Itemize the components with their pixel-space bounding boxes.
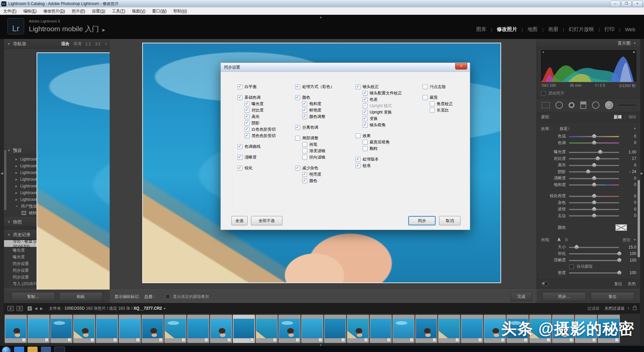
nav-zoom-3:1[interactable]: 3:1: [95, 42, 101, 46]
slider-track[interactable]: [569, 158, 619, 159]
slider-thumb[interactable]: [586, 169, 590, 173]
checkbox-处理方式（彩色）[interactable]: [295, 84, 300, 89]
copy-button[interactable]: 复制…: [11, 292, 55, 301]
filmstrip-source[interactable]: 文件夹 : 100EOS5D 163 张照片 / 选定 163 张 / XQ__…: [49, 306, 166, 311]
brush-a-button[interactable]: A: [557, 237, 560, 242]
slider-track[interactable]: [569, 171, 619, 172]
dialog-close-button[interactable]: ×: [455, 63, 467, 70]
checkbox-白色色阶剪切[interactable]: [245, 127, 250, 132]
effect-value-dropdown[interactable]: 自定: [559, 126, 568, 132]
thumbnail-badge[interactable]: [22, 338, 26, 342]
filmstrip-thumbnail[interactable]: [187, 315, 209, 343]
slider-thumb[interactable]: [596, 156, 600, 160]
menu-S[interactable]: 设置(S): [89, 7, 109, 15]
checkbox-变换[interactable]: [363, 116, 368, 121]
thumbnail-badge[interactable]: [478, 338, 482, 342]
filmstrip-thumbnail[interactable]: [142, 315, 164, 343]
top-panel-toggle-icon[interactable]: ▲: [319, 15, 322, 19]
chevron-right-icon[interactable]: ▶: [15, 158, 17, 161]
menu-T[interactable]: 工具(T): [109, 7, 128, 15]
filmstrip-thumbnail[interactable]: [438, 315, 460, 343]
thumbnail-badge[interactable]: [204, 338, 208, 342]
prev-photo-icon[interactable]: ◀: [35, 306, 37, 311]
thumbnail-badge[interactable]: [318, 338, 322, 342]
thumbnail-badge[interactable]: [432, 338, 436, 342]
identity-arrow-icon[interactable]: ▶: [102, 28, 105, 32]
slider-thumb[interactable]: [592, 134, 596, 138]
checkbox-长宽比[interactable]: [430, 108, 435, 113]
checkbox-角度校正[interactable]: [430, 101, 435, 106]
chevron-down-icon[interactable]: ▼: [163, 307, 166, 310]
checkbox-颜色调整[interactable]: [302, 114, 307, 119]
filmstrip-thumbnail[interactable]: [415, 315, 437, 343]
thumbnail-badge[interactable]: [159, 338, 163, 342]
navigator-thumbnail[interactable]: [37, 52, 110, 290]
tab-图库[interactable]: 图库: [476, 26, 486, 33]
checkbox-基础色调[interactable]: [237, 95, 243, 100]
checkbox-效果[interactable]: [356, 133, 361, 138]
checkbox-局部调整[interactable]: [295, 136, 300, 141]
checkbox-分离色调[interactable]: [295, 125, 300, 130]
brush-erase-button[interactable]: 擦除: [623, 237, 631, 243]
chevron-right-icon[interactable]: ▶: [15, 171, 17, 174]
checkbox-渐变滤镜[interactable]: [302, 148, 307, 153]
slider-track[interactable]: [569, 215, 619, 216]
slider-track[interactable]: [569, 195, 619, 197]
tab-地图[interactable]: 地图: [528, 26, 538, 33]
reset-button[interactable]: 复位: [591, 292, 634, 301]
checkbox-镜头暗角[interactable]: [363, 123, 368, 128]
checkbox-对比度[interactable]: [245, 108, 250, 113]
sync-ellipsis-button[interactable]: 同步…: [542, 292, 586, 301]
thumbnail-badge[interactable]: [136, 338, 140, 342]
original-photo-checkbox[interactable]: [541, 91, 546, 96]
close-button[interactable]: ×: [632, 1, 643, 7]
chevron-right-icon[interactable]: ▶: [15, 198, 17, 201]
check-all-button[interactable]: 全选: [231, 216, 248, 225]
checkbox-明亮度[interactable]: [302, 172, 307, 177]
grid-view-icon[interactable]: [28, 306, 32, 311]
slider-track[interactable]: [569, 272, 619, 273]
slider-track[interactable]: [569, 165, 619, 166]
color-swatch[interactable]: [615, 224, 627, 231]
thumbnail-badge[interactable]: [67, 338, 71, 342]
left-scrollbar[interactable]: [4, 150, 6, 210]
slider-track[interactable]: [569, 202, 619, 203]
mask-edit-button[interactable]: 编辑: [628, 114, 636, 120]
chevron-right-icon[interactable]: ▶: [15, 178, 17, 181]
slider-thumb[interactable]: [592, 213, 596, 217]
nav-zoom-适合[interactable]: 适合: [61, 41, 69, 47]
filmstrip-thumbnail[interactable]: [210, 315, 232, 343]
navigator-header[interactable]: ▼ 导航器 适合填满1:13:1▴▾: [4, 39, 110, 49]
navigator-preview[interactable]: [4, 49, 110, 145]
filmstrip-thumbnail[interactable]: [119, 315, 141, 343]
auto-mask-row[interactable]: 自动蒙版: [537, 264, 640, 270]
thumbnail-badge[interactable]: [410, 338, 414, 342]
thumbnail-badge[interactable]: [181, 338, 185, 342]
thumbnail-badge[interactable]: [90, 338, 94, 342]
checkbox-裁剪后暗角[interactable]: [363, 140, 368, 145]
checkbox-锐化[interactable]: [237, 166, 243, 171]
checkbox-高光[interactable]: [245, 114, 250, 119]
checkbox-污点去除[interactable]: [423, 84, 428, 89]
sync-button[interactable]: 同步: [408, 216, 436, 225]
menu-E[interactable]: 编辑(E): [20, 7, 40, 15]
checkbox-颜色[interactable]: [302, 178, 307, 183]
menu-W[interactable]: 窗口(W): [149, 7, 170, 15]
filmstrip-thumbnail[interactable]: [50, 315, 72, 343]
checkbox-饱和度[interactable]: [302, 101, 307, 106]
checkbox-画笔[interactable]: [302, 142, 307, 147]
checkbox-减少杂色[interactable]: [295, 166, 300, 171]
checkbox-色差[interactable]: [363, 97, 368, 102]
right-scrollbar[interactable]: [638, 180, 640, 257]
paste-button[interactable]: 粘贴: [59, 292, 103, 301]
collapse-left-icon[interactable]: ◀: [1, 172, 3, 175]
done-button[interactable]: 完成: [511, 292, 532, 301]
histogram-header[interactable]: 直方图 ▼: [537, 39, 640, 48]
brush-b-button[interactable]: B: [565, 237, 568, 242]
checkbox-径向滤镜[interactable]: [302, 155, 307, 160]
nav-zoom-1:1[interactable]: 1:1: [86, 42, 91, 46]
checkbox-裁剪[interactable]: [423, 95, 428, 100]
filmstrip-thumbnail[interactable]: [278, 315, 301, 343]
nav-zoom-填满[interactable]: 填满: [73, 41, 82, 47]
slider-track[interactable]: [569, 142, 619, 143]
